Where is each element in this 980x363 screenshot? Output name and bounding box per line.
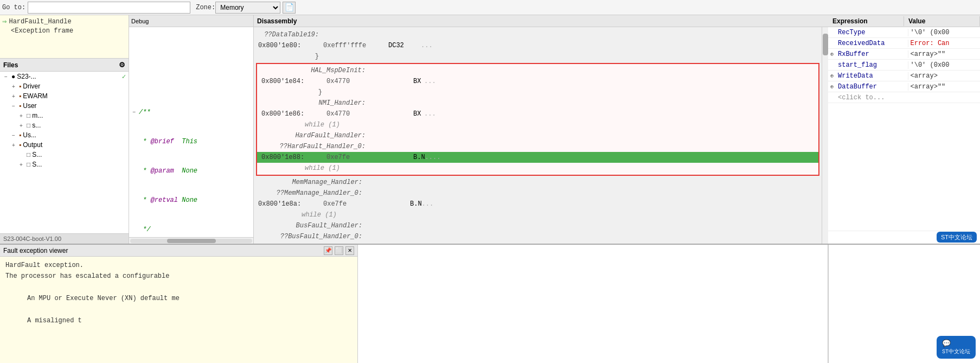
st-label: ST中文论坛 (942, 348, 970, 355)
code-scrollbar-h[interactable] (129, 237, 253, 244)
tree-item-s23[interactable]: − ● S23-... ✓ (0, 72, 129, 81)
check-icon: ✓ (121, 73, 126, 80)
disasm-row: } (257, 87, 818, 98)
tree-item-output[interactable]: + ▪ Output (0, 140, 129, 150)
float-btn[interactable]: ⬜ (335, 246, 343, 255)
folder-icon: ▪ (19, 82, 21, 90)
tree-item-m[interactable]: + □ m... (0, 111, 129, 120)
goto-input[interactable] (28, 2, 190, 14)
watch-row-click[interactable]: <click to... (828, 92, 980, 103)
watch-value-error: Error: Can (908, 40, 981, 47)
code-content: − /** * @brief This * @param None * @re (129, 27, 253, 237)
disasm-dots: ... (424, 77, 436, 86)
fault-line-blank (5, 282, 352, 293)
code-panel: Debug − /** * @brief This (129, 15, 254, 244)
watch-row-rectype[interactable]: RecType '\0' (0x00 (828, 27, 980, 38)
zone-label: Zone: (196, 4, 215, 11)
fault-line-0: HardFault exception. (5, 260, 352, 271)
expand-icon[interactable]: ⊕ (828, 84, 836, 90)
pin-btn[interactable]: 📌 (324, 246, 332, 255)
disasm-hex: 0x4770 (326, 77, 392, 86)
gear-icon[interactable]: ⚙ (119, 61, 125, 69)
tree-label-user: User (23, 102, 126, 110)
watch-row-databuffer[interactable]: ⊕ DataBuffer <array>"" (828, 81, 980, 92)
debug-label: Debug (131, 18, 149, 24)
disasm-mnem: BX (392, 77, 424, 86)
disasm-scroll[interactable]: ??DataTable19: 0x800'1e80: 0xefff'fffe D… (254, 27, 822, 244)
tree-item-driver[interactable]: + ▪ Driver (0, 81, 129, 91)
watch-row-startflag[interactable]: start_flag '\0' (0x00 (828, 60, 980, 71)
fault-line-1: The processor has escalated a configurab… (5, 271, 352, 282)
main-layout: ⇒ HardFault_Handle <Exception frame File… (0, 15, 980, 244)
code-header: Debug (129, 15, 253, 27)
fault-viewer-header: Fault exception viewer 📌 ⬜ ✕ (0, 245, 357, 257)
fault-line-blank2 (5, 304, 352, 315)
scrollbar-track[interactable] (130, 239, 252, 243)
disasm-row: ??BusFault_Handler_0: (254, 231, 822, 242)
disasm-addr: 0x800'1e86: (261, 109, 326, 119)
disasm-row: 0x800'1e84: 0x4770 BX ... (257, 76, 818, 87)
chat-icon-btn[interactable]: 💬 ST中文论坛 (937, 336, 976, 359)
chat-icon-area: 💬 ST中文论坛 (937, 336, 976, 359)
disasm-active-row[interactable]: 0x800'1e88: 0xe7fe B.N .... (257, 152, 818, 163)
arrow-icon: ⇒ (2, 17, 7, 26)
disasm-while2: while (1) (261, 163, 340, 173)
disasm-title: Disassembly (257, 17, 297, 25)
zone-select[interactable]: Memory Flash RAM (215, 2, 280, 14)
disasm-row-while: while (1) (257, 119, 818, 130)
disasm-dots: ... (424, 109, 436, 119)
tree-item-user[interactable]: − ▪ User (0, 101, 129, 111)
code-scroll[interactable]: − /** * @brief This * @param None * @re (129, 27, 253, 237)
disasm-bottom[interactable] (358, 245, 828, 363)
bottom-area: Fault exception viewer 📌 ⬜ ✕ HardFault e… (0, 244, 980, 363)
fault-controls: 📌 ⬜ ✕ (324, 246, 354, 255)
callstack-item-1[interactable]: <Exception frame (2, 27, 126, 35)
disasm-addr-active: 0x800'1e88: (261, 152, 326, 162)
toggle-icon: + (10, 142, 17, 148)
tree-item-s[interactable]: + □ s... (0, 120, 129, 130)
disasm-mnem: B.N (388, 199, 422, 209)
code-line: */ (132, 225, 250, 234)
tree-item-s3[interactable]: + □ S... (0, 160, 129, 169)
expand-icon[interactable]: ⊕ (828, 73, 836, 79)
code-text: * @brief This (139, 137, 197, 147)
watch-name: RecType (836, 29, 908, 36)
st-logo[interactable]: ST中文论坛 (828, 231, 980, 244)
disasm-row: MemManage_Handler: (254, 177, 822, 188)
watch-value: <array> (908, 72, 981, 80)
disasm-row-while2: while (1) (257, 163, 818, 174)
tree-item-s2[interactable]: □ S... (0, 150, 129, 160)
file-icon: □ (27, 122, 30, 129)
tree-label-s: s... (32, 122, 126, 129)
callstack-item-0[interactable]: ⇒ HardFault_Handle (2, 16, 126, 27)
expand-icon[interactable]: ⊕ (828, 51, 836, 58)
fold-icon[interactable]: − (132, 109, 139, 117)
watch-row-receiveddata[interactable]: ReceivedData Error: Can (828, 38, 980, 49)
tree-label-s3: S... (32, 161, 126, 168)
memory-icon-btn[interactable]: 📄 (283, 2, 296, 14)
tree-item-us[interactable]: − ▪ Us... (0, 130, 129, 140)
disasm-brace: } (261, 87, 326, 97)
toggle-icon: + (17, 113, 25, 119)
watch-name: <click to... (836, 94, 908, 101)
scrollbar-thumb[interactable] (167, 239, 216, 243)
folder-icon: ▪ (19, 141, 21, 149)
disasm-label: ??DataTable19: (258, 30, 323, 40)
disasm-label2: ??HardFault_Handler_0: (261, 142, 370, 151)
disasm-scrollbar-v[interactable] (822, 27, 828, 244)
disasm-label: BusFault_Handler: (258, 221, 367, 231)
file-icon: □ (27, 112, 30, 119)
tree-item-ewarm[interactable]: + ▪ EWARM (0, 91, 129, 101)
watch-row-rxbuffer[interactable]: ⊕ RxBuffer <array>"" (828, 49, 980, 60)
file-tree-panel: Files ⚙ − ● S23-... ✓ + ▪ Driver + ▪ EWA… (0, 59, 129, 233)
fault-line-3: A misaligned t (5, 315, 352, 326)
chat-bubble[interactable]: ST中文论坛 (937, 232, 977, 243)
folder-icon: ▪ (19, 102, 21, 110)
goto-label: Go to: (2, 4, 25, 11)
tree-label-ewarm: EWARM (23, 92, 126, 100)
watch-row-writedata[interactable]: ⊕ WriteData <array> (828, 71, 980, 81)
fault-viewer: Fault exception viewer 📌 ⬜ ✕ HardFault e… (0, 245, 358, 363)
close-btn[interactable]: ✕ (345, 246, 354, 255)
fault-viewer-title: Fault exception viewer (3, 247, 324, 254)
disasm-row: HAL_MspDeInit: (257, 65, 818, 76)
